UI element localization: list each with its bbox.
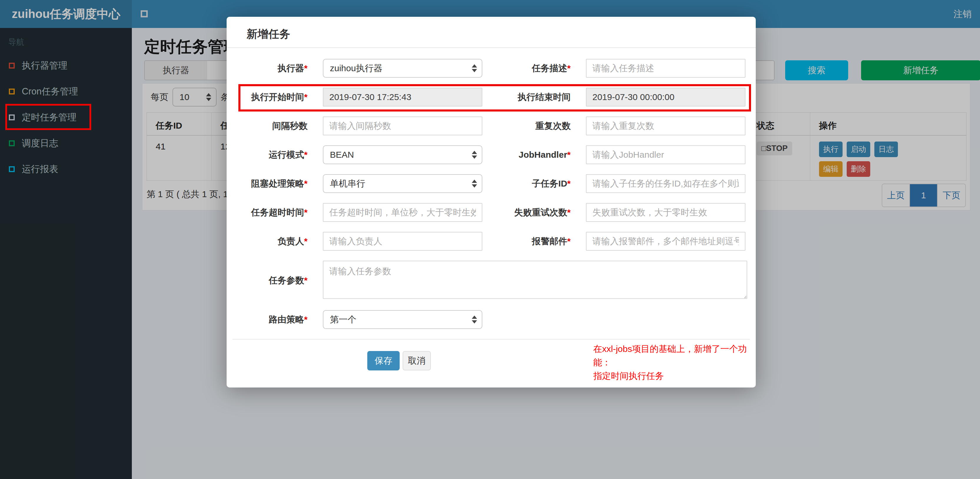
- jobhandler-input[interactable]: [586, 145, 745, 164]
- retry-count-label: 失败重试次数*: [482, 207, 571, 219]
- route-strategy-select[interactable]: 第一个: [323, 310, 482, 329]
- feature-note-line1: 在xxl-jobs项目的基础上，新增了一个功能：: [593, 342, 758, 369]
- end-time-label: 执行结束时间: [482, 91, 571, 103]
- start-time-input[interactable]: [323, 88, 482, 107]
- cancel-button[interactable]: 取消: [402, 351, 431, 371]
- alarm-email-input[interactable]: [586, 232, 745, 251]
- timeout-label: 任务超时时间*: [232, 207, 307, 219]
- select-arrows-icon: [472, 64, 477, 72]
- run-mode-select[interactable]: BEAN: [323, 145, 482, 164]
- interval-label: 间隔秒数: [232, 120, 307, 132]
- feature-note: 在xxl-jobs项目的基础上，新增了一个功能： 指定时间执行任务: [593, 342, 758, 383]
- owner-label: 负责人*: [232, 236, 307, 247]
- route-strategy-label: 路由策略*: [232, 313, 307, 326]
- task-desc-label: 任务描述*: [482, 62, 571, 75]
- run-mode-label: 运行模式*: [232, 149, 307, 161]
- repeat-count-input[interactable]: [586, 116, 745, 135]
- save-button[interactable]: 保存: [367, 351, 400, 371]
- task-desc-input[interactable]: [586, 59, 745, 78]
- modal-title: 新增任务: [247, 28, 290, 40]
- owner-input[interactable]: [323, 232, 482, 251]
- executor-select[interactable]: zuihou执行器: [323, 59, 482, 78]
- retry-count-input[interactable]: [586, 203, 745, 222]
- task-param-label: 任务参数*: [232, 275, 307, 286]
- select-arrows-icon: [472, 151, 477, 159]
- timeout-input[interactable]: [323, 203, 482, 222]
- child-task-label: 子任务ID*: [482, 178, 571, 190]
- modal-header: 新增任务: [227, 17, 756, 48]
- repeat-count-label: 重复次数: [482, 120, 571, 132]
- executor-label: 执行器*: [232, 62, 307, 75]
- interval-input[interactable]: [323, 116, 482, 135]
- select-arrows-icon: [472, 180, 477, 188]
- block-strategy-label: 阻塞处理策略*: [232, 178, 307, 190]
- block-strategy-select[interactable]: 单机串行: [323, 174, 482, 193]
- select-arrows-icon: [472, 316, 477, 324]
- add-task-modal: 新增任务 执行器* zuihou执行器 任务描述*: [227, 17, 756, 387]
- modal-body: 执行器* zuihou执行器 任务描述* 执行开始时间*: [227, 48, 756, 371]
- end-time-input[interactable]: [586, 88, 745, 107]
- feature-note-line2: 指定时间执行任务: [593, 369, 758, 383]
- child-task-input[interactable]: [586, 174, 745, 193]
- alarm-email-label: 报警邮件*: [482, 236, 571, 247]
- task-param-textarea[interactable]: [323, 261, 747, 299]
- start-time-label: 执行开始时间*: [232, 91, 307, 103]
- jobhandler-label: JobHandler*: [482, 150, 571, 160]
